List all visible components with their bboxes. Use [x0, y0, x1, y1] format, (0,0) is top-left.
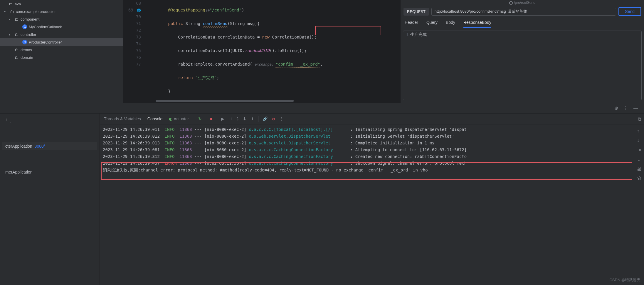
response-content: 生产完成 — [410, 32, 640, 99]
tree-label: ava — [15, 2, 21, 6]
slash-icon[interactable]: ⊘ — [272, 116, 275, 121]
tool-window-topbar: ⊕ ⋮ — — [0, 103, 644, 114]
code-content[interactable]: @RequestMapping(⊕"/confimSend") public S… — [148, 0, 400, 103]
tree-item-controller[interactable]: ▾🗀controller — [0, 31, 123, 38]
console-tabs: Threads & Variables Console ◐Actuator ↻ … — [100, 114, 644, 124]
actuator-icon: ◐ — [169, 116, 172, 121]
tab-console[interactable]: Console — [147, 116, 162, 121]
more-icon[interactable]: ⋮ — [623, 105, 628, 111]
download-icon[interactable]: ⬇ — [243, 116, 246, 121]
horizontal-scrollbar[interactable] — [156, 100, 294, 102]
tree-label: MyConfirmCallback — [29, 25, 62, 29]
scroll-icon[interactable]: ⤓ — [637, 157, 642, 162]
response-body[interactable]: 1 生产完成 — [403, 31, 642, 100]
upload-icon[interactable]: ⬆ — [250, 116, 254, 121]
folder-icon: 🗀 — [9, 9, 14, 14]
minimize-icon[interactable]: — — [633, 106, 638, 111]
tree-label: demos — [21, 48, 32, 52]
separator — [258, 116, 258, 122]
rest-tab-body[interactable]: Body — [446, 20, 455, 28]
tree-label: domain — [21, 55, 33, 60]
circle-icon — [509, 1, 513, 5]
wrap-icon[interactable]: ⇥ — [637, 147, 642, 153]
tree-item-component[interactable]: ▾🗀component — [0, 15, 123, 23]
print-icon[interactable]: 🖶 — [637, 166, 642, 172]
tree-item-MyConfirmCallback[interactable]: CMyConfirmCallback — [0, 23, 123, 31]
rest-tabs: HeaderQueryBodyResponseBody — [401, 17, 644, 28]
folder-icon: 🗀 — [14, 55, 19, 60]
run-configs-panel: + ˯ cterApplication :8080/merApplication — [0, 114, 100, 285]
step-icon[interactable]: ⤵ — [237, 116, 239, 121]
rerun-icon[interactable]: ↻ — [198, 116, 202, 121]
tree-label: component — [21, 17, 39, 21]
rest-tab-header[interactable]: Header — [405, 20, 418, 28]
resume-icon[interactable]: ▶ — [221, 116, 224, 121]
target-icon[interactable]: ⊕ — [614, 105, 618, 111]
tree-label: com.example.producter — [16, 9, 56, 14]
arrow-up-icon[interactable]: ↑ — [637, 128, 642, 134]
url-input[interactable] — [431, 8, 616, 16]
request-method-button[interactable]: REQUEST — [403, 8, 429, 16]
code-editor[interactable]: 68 69 🌐 70 71 72 73 74 75 76 77 @Request… — [123, 0, 400, 103]
response-line-num: 1 — [404, 32, 410, 99]
add-config-button[interactable]: + ˯ — [2, 116, 97, 124]
tree-item-ava[interactable]: 🗀ava — [0, 0, 123, 8]
class-icon: C — [22, 40, 27, 44]
class-icon: C — [22, 24, 27, 29]
separator — [217, 116, 217, 122]
pause-icon[interactable]: ⏸ — [228, 116, 233, 121]
run-item[interactable]: merApplication — [2, 168, 97, 176]
line-gutter: 68 69 🌐 70 71 72 73 74 75 76 77 — [123, 0, 148, 103]
console-side-icons: ↑ ↓ ⇥ ⤓ 🖶 🗑 — [637, 128, 642, 181]
stop-icon[interactable]: ■ — [210, 116, 212, 121]
rest-hint: /pro/routSend — [401, 0, 644, 6]
tree-item-com-example-producter[interactable]: ▾🗀com.example.producter — [0, 8, 123, 15]
rest-tab-query[interactable]: Query — [426, 20, 438, 28]
folder-icon: 🗀 — [14, 47, 19, 52]
tree-item-domain[interactable]: 🗀domain — [0, 54, 123, 61]
globe-icon: 🌐 — [137, 9, 141, 12]
run-item[interactable]: cterApplication :8080/ — [2, 142, 97, 150]
watermark: CSDN @暗武逢天 — [609, 277, 640, 283]
tree-item-ProducterController[interactable]: CProducterController — [0, 38, 123, 46]
tab-actuator[interactable]: ◐Actuator — [169, 116, 189, 121]
tree-item-demos[interactable]: 🗀demos — [0, 46, 123, 54]
trash-icon[interactable]: 🗑 — [637, 176, 642, 181]
folder-icon: 🗀 — [8, 1, 13, 6]
tree-label: controller — [21, 32, 36, 37]
tab-threads[interactable]: Threads & Variables — [104, 116, 141, 121]
console-output[interactable]: 2023-11-29 14:26:39.011 INFO 11368 --- [… — [100, 124, 644, 285]
layout-icon[interactable]: ⧉ — [638, 116, 641, 122]
project-tree: 🗀ava▾🗀com.example.producter▾🗀componentCM… — [0, 0, 123, 103]
send-button[interactable]: Send — [618, 7, 641, 16]
arrow-down-icon[interactable]: ↓ — [637, 138, 642, 143]
tree-label: ProducterController — [29, 40, 62, 44]
folder-icon: 🗀 — [14, 17, 19, 21]
folder-icon: 🗀 — [14, 32, 19, 37]
rest-tab-responsebody[interactable]: ResponseBody — [463, 20, 491, 28]
rest-client-panel: /pro/routSend REQUEST Send HeaderQueryBo… — [400, 0, 644, 103]
more-console-icon[interactable]: ⋮ — [279, 116, 283, 121]
link-icon[interactable]: 🔗 — [263, 116, 268, 121]
